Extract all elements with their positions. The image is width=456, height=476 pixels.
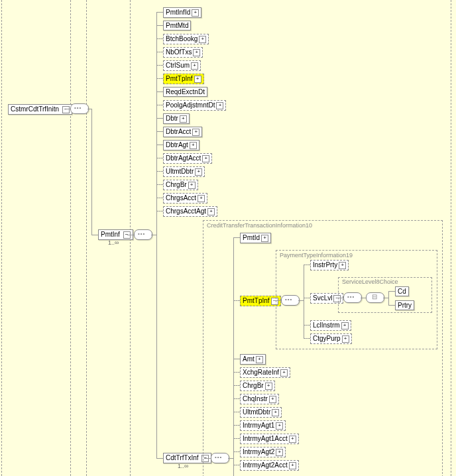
node-chqinstr[interactable]: ChqInstr+ (240, 394, 279, 404)
node-reqdexctndt[interactable]: ReqdExctnDt (163, 87, 207, 97)
expand-icon[interactable]: + (265, 383, 272, 390)
node-instrprty[interactable]: InstrPrty+ (310, 260, 349, 270)
node-xchgrateinf[interactable]: XchgRateInf+ (240, 367, 290, 378)
node-lclinstrm[interactable]: LclInstrm+ (310, 320, 351, 331)
node-chrgbr2[interactable]: ChrgBr+ (240, 381, 275, 391)
node-pmttpinf-1[interactable]: PmtTpInf+ (163, 74, 204, 84)
node-dbtracct[interactable]: DbtrAcct+ (163, 127, 202, 137)
label: CdtTrfTxInf (166, 454, 199, 461)
group-label-svclvl: ServiceLevel8Choice (342, 278, 398, 285)
expand-icon[interactable]: + (289, 436, 296, 443)
sequence-icon[interactable] (281, 295, 300, 306)
expand-icon[interactable]: + (339, 262, 346, 269)
expand-icon[interactable]: + (198, 195, 205, 202)
expand-icon[interactable]: + (269, 396, 276, 403)
expand-icon[interactable]: + (202, 155, 209, 162)
expand-icon[interactable]: + (180, 115, 187, 123)
expand-icon[interactable]: + (276, 449, 283, 456)
label: PmtInf (101, 231, 120, 238)
node-dbtragt[interactable]: DbtrAgt+ (163, 140, 200, 150)
expand-icon[interactable]: + (207, 208, 215, 215)
node-btchbookg[interactable]: BtchBookg+ (163, 34, 209, 44)
sequence-icon[interactable] (134, 229, 152, 240)
node-ctrlsum[interactable]: CtrlSum+ (163, 60, 201, 71)
expand-icon[interactable]: + (342, 335, 349, 343)
group-label-pmttp: PaymentTypeInformation19 (280, 252, 353, 259)
expand-icon[interactable]: + (272, 409, 279, 416)
label: CstmrCdtTrfInitn (11, 105, 59, 113)
node-cstmrcdttrfinitn[interactable]: CstmrCdtTrfInitn − (8, 104, 72, 115)
expand-icon[interactable]: + (261, 235, 268, 242)
sequence-icon[interactable] (343, 292, 362, 303)
expand-icon[interactable]: + (191, 62, 198, 70)
expand-icon[interactable]: + (280, 369, 288, 377)
expand-icon[interactable]: + (216, 102, 223, 109)
node-dbtr[interactable]: Dbtr+ (163, 113, 190, 124)
node-amt[interactable]: Amt+ (240, 354, 266, 365)
expand-icon[interactable]: + (256, 356, 263, 363)
node-chrgbr[interactable]: ChrgBr+ (163, 180, 198, 190)
node-chrgsacct[interactable]: ChrgsAcct+ (163, 193, 207, 204)
choice-icon[interactable] (366, 292, 384, 303)
expand-icon[interactable]: + (276, 422, 283, 430)
node-intrmyagt1acct[interactable]: IntrmyAgt1Acct+ (240, 434, 299, 444)
expand-icon[interactable]: + (195, 168, 202, 176)
node-ultmtdbtr[interactable]: UltmtDbtr+ (163, 166, 205, 177)
cardinality: 1..∞ (178, 463, 188, 469)
node-nboftxs[interactable]: NbOfTxs+ (163, 47, 203, 58)
node-dbtragtacct[interactable]: DbtrAgtAcct+ (163, 153, 212, 164)
expand-icon[interactable]: + (341, 322, 349, 329)
node-chrgsacctagt[interactable]: ChrgsAcctAgt+ (163, 206, 217, 217)
expand-icon[interactable]: + (193, 49, 200, 56)
group-label-cdttrf: CreditTransferTransactionInformation10 (207, 222, 312, 229)
expand-icon[interactable]: + (190, 142, 197, 149)
expand-icon[interactable]: + (188, 182, 196, 189)
node-pmtmtd[interactable]: PmtMtd (163, 21, 191, 30)
node-pmtinfid[interactable]: PmtInfId+ (163, 7, 201, 18)
expand-icon[interactable]: + (289, 462, 296, 469)
sequence-icon[interactable] (211, 453, 229, 463)
node-intrmyagt2acct[interactable]: IntrmyAgt2Acct+ (240, 460, 299, 471)
node-poolgadjstmntdt[interactable]: PoolgAdjstmntDt+ (163, 100, 226, 111)
node-ultmtdbtr2[interactable]: UltmtDbtr+ (240, 407, 282, 418)
collapse-icon[interactable]: − (62, 106, 70, 113)
node-intrmyagt1[interactable]: IntrmyAgt1+ (240, 420, 286, 431)
node-prtry[interactable]: Prtry (395, 300, 414, 310)
node-intrmyagt2[interactable]: IntrmyAgt2+ (240, 447, 286, 457)
expand-icon[interactable]: + (192, 9, 199, 17)
node-ctgypurp[interactable]: CtgyPurp+ (310, 333, 352, 344)
node-pmtid[interactable]: PmtId+ (240, 233, 271, 243)
expand-icon[interactable]: + (199, 36, 206, 43)
expand-icon[interactable]: + (192, 129, 200, 136)
expand-icon[interactable]: + (194, 76, 201, 83)
node-cd[interactable]: Cd (395, 286, 409, 296)
cardinality: 1..∞ (108, 239, 119, 246)
sequence-icon[interactable] (70, 103, 89, 114)
